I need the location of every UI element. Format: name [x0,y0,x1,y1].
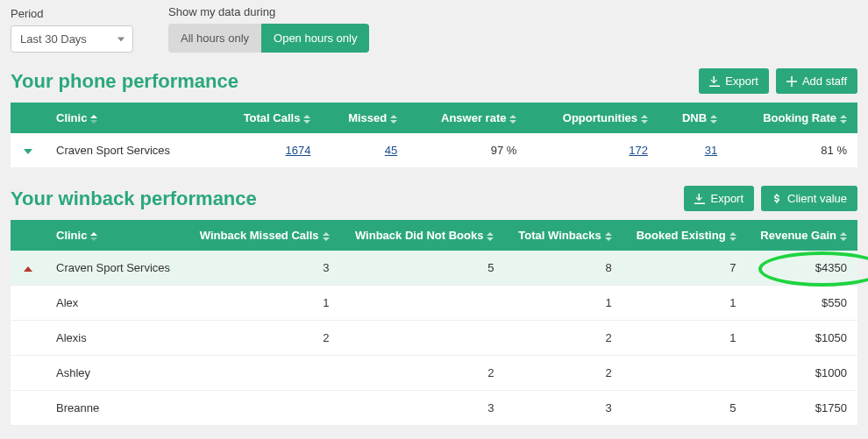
cell-booked-existing: 7 [623,251,747,286]
cell-total-winbacks: 2 [504,356,622,391]
sort-icon [90,115,97,124]
cell-missed[interactable]: 45 [385,144,397,157]
col-booking-rate[interactable]: Booking Rate [728,103,857,133]
cell-booked-existing [623,356,747,391]
cell-total-calls[interactable]: 1674 [285,144,310,157]
sort-icon [390,115,397,124]
plus-icon [786,76,797,87]
cell-clinic: Breanne [46,391,185,426]
cell-clinic: Craven Sport Services [46,251,185,286]
sort-icon [840,115,847,124]
table-row: Craven Sport Services 1674 45 97 % 172 3… [11,133,857,168]
cell-clinic: Alex [46,286,185,321]
client-value-button[interactable]: Client value [761,186,857,211]
period-select[interactable]: Last 30 Days [11,25,133,53]
sort-icon [90,232,97,241]
cell-booked-existing: 1 [623,321,747,356]
sort-icon [840,232,847,241]
cell-winback-dnb: 5 [340,251,505,286]
cell-clinic: Ashley [46,356,185,391]
table-row: Alex111$550 [11,286,857,321]
export-winback-button[interactable]: Export [684,186,754,211]
cell-revenue-gain: $1000 [747,356,857,391]
table-row: Alexis221$1050 [11,321,857,356]
download-icon [709,76,720,87]
chevron-up-icon[interactable] [24,266,32,272]
cell-total-winbacks: 3 [504,391,622,426]
sort-icon [605,232,612,241]
col-winback-missed[interactable]: Winback Missed Calls [185,220,340,251]
cell-answer-rate: 97 % [408,133,527,168]
cell-winback-dnb [340,286,505,321]
period-label: Period [11,7,133,20]
sort-icon [710,115,717,124]
cell-revenue-gain: $1750 [747,391,857,426]
col-opportunities[interactable]: Opportunities [527,103,658,133]
col-winback-dnb[interactable]: Winback Did Not Books [340,220,505,251]
col-total-winbacks[interactable]: Total Winbacks [504,220,622,251]
sort-icon [509,115,516,124]
sort-icon [487,232,494,241]
sort-icon [729,232,736,241]
table-row: Ashley22$1000 [11,356,857,391]
cell-revenue-gain: $1050 [747,321,857,356]
sort-icon [641,115,648,124]
export-phone-button[interactable]: Export [699,68,769,94]
hours-label: Show my data during [168,5,369,18]
period-control: Period Last 30 Days [11,7,133,53]
cell-booked-existing: 1 [623,286,747,321]
cell-revenue-gain: $4350 [747,251,857,286]
col-revenue-gain[interactable]: Revenue Gain [747,220,857,251]
dollar-icon [772,194,782,204]
table-row: Breanne335$1750 [11,391,857,426]
cell-winback-missed: 2 [185,321,340,356]
all-hours-button[interactable]: All hours only [168,24,261,53]
cell-total-winbacks: 2 [504,321,622,356]
open-hours-button[interactable]: Open hours only [261,24,369,53]
cell-opportunities[interactable]: 172 [629,144,648,157]
cell-revenue-gain: $550 [747,286,857,321]
cell-winback-dnb [340,321,505,356]
cell-winback-dnb: 2 [340,356,505,391]
winback-section-title: Your winback performance [11,188,257,210]
cell-total-winbacks: 1 [504,286,622,321]
cell-winback-missed: 3 [185,251,340,286]
cell-winback-missed [185,391,340,426]
col-dnb[interactable]: DNB [658,103,728,133]
cell-total-winbacks: 8 [504,251,622,286]
cell-booked-existing: 5 [623,391,747,426]
col-total-calls[interactable]: Total Calls [212,103,321,133]
chevron-down-icon[interactable] [24,149,32,154]
col-clinic[interactable]: Clinic [46,103,212,133]
col-booked-existing[interactable]: Booked Existing [623,220,747,251]
cell-winback-missed [185,356,340,391]
cell-winback-missed: 1 [185,286,340,321]
sort-icon [323,232,330,241]
col-answer-rate[interactable]: Answer rate [408,103,527,133]
winback-table: Clinic Winback Missed Calls Winback Did … [11,220,857,426]
cell-dnb[interactable]: 31 [705,144,717,157]
table-row: Craven Sport Services3587$4350 [11,251,857,286]
phone-table: Clinic Total Calls Missed Answer rate Op… [11,103,857,168]
add-staff-button[interactable]: Add staff [776,68,857,94]
cell-winback-dnb: 3 [340,391,505,426]
hours-control: Show my data during All hours only Open … [168,5,369,53]
col-missed[interactable]: Missed [321,103,408,133]
cell-clinic: Craven Sport Services [46,133,212,168]
cell-booking-rate: 81 % [728,133,857,168]
col-clinic[interactable]: Clinic [46,220,185,251]
download-icon [694,194,705,204]
phone-section-title: Your phone performance [11,70,238,93]
sort-icon [303,115,310,124]
cell-clinic: Alexis [46,321,185,356]
